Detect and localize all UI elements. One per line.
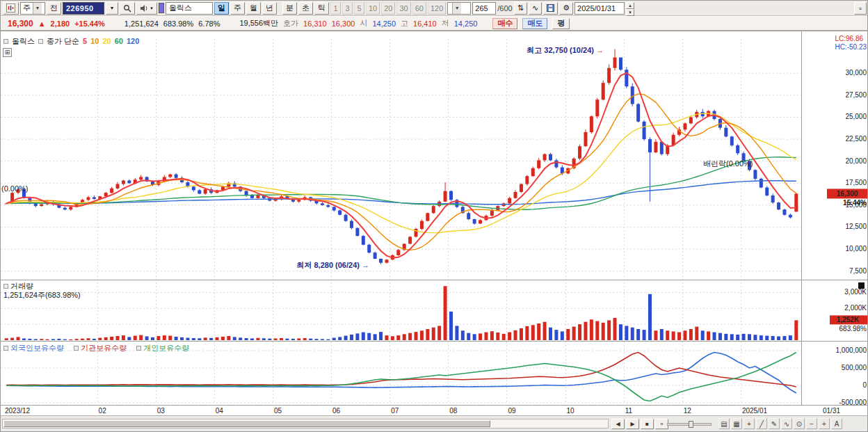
scroll-right-button[interactable]: ▶ (626, 419, 639, 429)
low-label: 저 (442, 18, 449, 29)
bottom-bar: ◀ ▶ ■ » ▤ ▦ + ╱ ✎ ∿ ⊙ − + A (1, 415, 868, 432)
indicator-icon[interactable]: ∿ (781, 418, 792, 429)
sell-button[interactable]: 매도 (522, 18, 547, 29)
svg-text:02: 02 (99, 407, 107, 415)
high-annotation: 최고 32,750 (10/24) → (484, 46, 604, 55)
zoom-slider-thumb[interactable] (689, 421, 693, 428)
stock-search-icon[interactable] (120, 2, 135, 15)
hc-value: HC:-50.23 (835, 43, 867, 51)
prev-stock-button[interactable]: 전 (47, 2, 61, 15)
spinner-down-icon[interactable]: ▼ (626, 9, 634, 16)
font-size-icon[interactable]: A (831, 418, 842, 429)
ma-period-120: 120 (127, 37, 139, 46)
svg-text:30,000: 30,000 (845, 69, 867, 77)
minute-60-button[interactable]: 60 (412, 2, 426, 15)
legend-grid-icon[interactable]: ⊞ (3, 48, 12, 57)
svg-text:07: 07 (391, 407, 399, 415)
turnover-pct: 6.78% (198, 19, 220, 28)
ma-period-60: 60 (115, 37, 123, 46)
chart-canvas[interactable]: 30,00027,50025,00022,50020,00017,50015,0… (1, 31, 868, 415)
open-price: 14,250 (372, 19, 396, 28)
svg-text:17,500: 17,500 (845, 179, 867, 186)
overlay-stock-label: 배런락(0.00%) (703, 159, 753, 168)
crosshair-icon[interactable]: + (744, 418, 755, 429)
zoom-slider[interactable] (667, 423, 712, 426)
chevron-down-icon: ▼ (150, 6, 154, 10)
save-chart-icon[interactable] (543, 2, 558, 15)
stock-name-input[interactable]: 올릭스 (166, 2, 213, 15)
code-dropdown-icon[interactable]: ▼ (106, 2, 118, 15)
period-minute-button[interactable]: 분 (282, 2, 297, 15)
hoga-label: 호가 (283, 18, 298, 29)
period-week-button[interactable]: 주 (230, 2, 245, 15)
scroll-stop-button[interactable]: ■ (641, 419, 654, 429)
overlay-stock-label-left: (0.00%) (1, 184, 29, 193)
chart-area: 30,00027,50025,00022,50020,00017,50015,0… (1, 31, 868, 415)
avg-button[interactable]: 평 (552, 18, 570, 29)
interval-select[interactable]: ▼ (447, 2, 471, 15)
svg-text:2,000K: 2,000K (844, 304, 867, 312)
stock-chart-window: 주▼ 전 226950 ▼ ▼ 올릭스 일 주 월 년 분 초 틱 1 3 5 … (0, 0, 868, 432)
ma-period-10: 10 (90, 37, 99, 46)
up-arrow-icon: ▲ (38, 19, 46, 28)
multi-chart-icon[interactable]: ▦ (731, 418, 742, 429)
minute-10-button[interactable]: 10 (366, 2, 380, 15)
announcement-icon[interactable]: ▼ (136, 2, 157, 15)
legend-symbol: 올릭스 (12, 37, 35, 46)
minute-30-button[interactable]: 30 (396, 2, 410, 15)
minute-120-button[interactable]: 120 (428, 2, 446, 15)
minute-1-button[interactable]: 1 (330, 2, 341, 15)
zoom-out-icon[interactable]: − (806, 418, 817, 429)
split-screen-icon[interactable]: ▤ (718, 418, 730, 429)
svg-text:27,500: 27,500 (845, 91, 867, 99)
volume-value: 1,251,624 (124, 19, 159, 28)
trendline-icon[interactable]: ╱ (756, 418, 767, 429)
legend-bullet-icon (38, 39, 43, 44)
stock-code-input[interactable]: 226950 (63, 2, 104, 15)
volume-bullet-icon (3, 284, 8, 289)
scale-updown-icon[interactable]: ⇅ (514, 2, 527, 15)
period-tick-button[interactable]: 틱 (314, 2, 329, 15)
zoom-in-icon[interactable]: + (819, 418, 830, 429)
foreigner-series-label: 외국인보유수량 (10, 344, 64, 352)
period-month-button[interactable]: 월 (246, 2, 261, 15)
pencil-icon[interactable]: ✎ (769, 418, 780, 429)
svg-text:10,000: 10,000 (845, 245, 867, 253)
arrow-right-icon: → (596, 46, 604, 54)
spinner-up-icon[interactable]: ▲ (626, 2, 634, 9)
floppy-disk-icon (547, 4, 554, 12)
volume-option-icon[interactable] (858, 282, 865, 289)
minute-3-button[interactable]: 3 (342, 2, 353, 15)
ma-period-20: 20 (102, 37, 111, 46)
chart-date-input[interactable]: 2025/01/31 (574, 2, 625, 15)
period-day-button[interactable]: 일 (214, 2, 229, 15)
toolbar-more-icon[interactable]: ▫ (854, 2, 867, 15)
svg-text:01/31: 01/31 (823, 407, 840, 415)
candle-count-input[interactable]: 265 (472, 2, 496, 15)
chart-menu-icon[interactable] (3, 2, 19, 15)
period-year-button[interactable]: 년 (262, 2, 277, 15)
svg-text:03: 03 (157, 407, 166, 415)
chart-legend: 올릭스 종가 단순 5 10 20 60 120 (3, 37, 139, 46)
scroll-left-button[interactable]: ◀ (611, 419, 625, 429)
svg-text:09: 09 (508, 407, 516, 415)
svg-text:2025/01: 2025/01 (742, 407, 768, 415)
minute-5-button[interactable]: 5 (354, 2, 364, 15)
chart-settings-icon[interactable]: ⚙ (559, 2, 573, 15)
market-type-select[interactable]: 주▼ (20, 2, 45, 15)
minute-20-button[interactable]: 20 (381, 2, 395, 15)
svg-text:12: 12 (684, 407, 692, 415)
svg-text:16,300: 16,300 (837, 190, 858, 198)
magnifier-icon[interactable]: ⊙ (794, 418, 805, 429)
line-style-icon[interactable]: ∿ (529, 2, 542, 15)
low-annotation-text: 최저 8,280 (06/24) (296, 261, 360, 269)
buy-button[interactable]: 매수 (492, 18, 517, 29)
svg-text:-500,000: -500,000 (839, 399, 867, 406)
chart-scrollbar[interactable] (2, 419, 609, 429)
period-second-button[interactable]: 초 (298, 2, 313, 15)
scrollbar-thumb[interactable] (3, 420, 490, 427)
volume-subtitle: 1,251,624주(683.98%) (3, 291, 81, 300)
lc-hc-readout: LC:96.86 HC:-50.23 (835, 35, 867, 51)
top-toolbar: 주▼ 전 226950 ▼ ▼ 올릭스 일 주 월 년 분 초 틱 1 3 5 … (1, 1, 868, 16)
date-spinner[interactable]: ▲▼ (626, 2, 634, 15)
